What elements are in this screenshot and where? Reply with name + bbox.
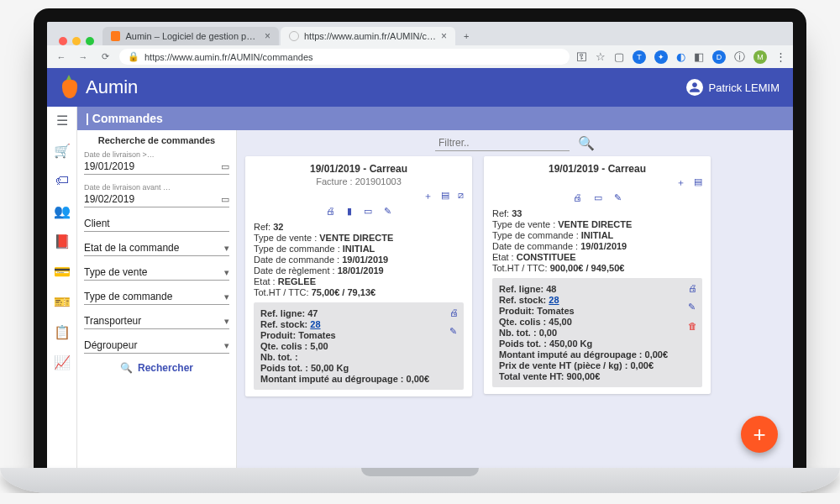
extension-icon[interactable]: ⓘ (734, 50, 745, 65)
value: 0,00€ (407, 374, 430, 384)
maximize-window-icon[interactable] (86, 37, 94, 45)
extension-icon[interactable]: ✦ (654, 50, 668, 64)
cast-icon[interactable]: ▢ (614, 50, 624, 63)
search-button[interactable]: 🔍 Rechercher (84, 362, 229, 374)
extension-icon[interactable]: ◧ (694, 50, 704, 63)
comment-icon[interactable]: ▤ (441, 190, 449, 202)
chevron-down-icon[interactable]: ▾ (224, 243, 229, 254)
filter-input[interactable] (435, 135, 570, 151)
label: Etat : (492, 252, 514, 262)
field-value: 19/02/2019 (84, 192, 229, 207)
calendar-icon[interactable]: ▭ (221, 194, 229, 205)
label: Date de commande : (254, 255, 339, 265)
chart-icon[interactable]: 📈 (54, 354, 71, 370)
ticket-icon[interactable]: 🎫 (54, 293, 71, 310)
calendar-icon[interactable]: ▭ (364, 206, 372, 217)
value[interactable]: 28 (549, 295, 559, 305)
card-title: 19/01/2019 - Carreau (492, 163, 702, 175)
extension-icon[interactable]: T (633, 50, 646, 64)
card-subtitle: Facture : 201901003 (254, 176, 464, 186)
client-field[interactable]: Client (84, 216, 229, 232)
delete-icon[interactable]: 🗑 (688, 321, 697, 331)
edit-icon[interactable]: ✎ (614, 192, 622, 203)
group-icon[interactable]: 👥 (54, 202, 71, 219)
label: Ref. stock: (499, 295, 546, 305)
search-panel: Recherche de commandes Date de livraison… (77, 130, 237, 468)
chevron-down-icon[interactable]: ▾ (224, 340, 229, 351)
book-icon[interactable]: 📕 (54, 233, 71, 249)
back-button[interactable]: ← (54, 52, 69, 62)
print-icon[interactable]: 🖨 (449, 307, 459, 318)
forward-button[interactable]: → (76, 52, 91, 62)
value: 900,00€ / 949,50€ (550, 263, 625, 273)
search-icon[interactable]: 🔍 (578, 135, 595, 151)
field-value: 19/01/2019 (84, 159, 229, 174)
address-bar[interactable]: 🔒 https://www.aumin.fr/AUMIN/commandes (119, 49, 570, 65)
chevron-down-icon[interactable]: ▾ (224, 291, 229, 302)
value: INITIAL (581, 230, 614, 240)
value: 75,00€ / 79,13€ (312, 287, 375, 297)
edit-icon[interactable]: ✎ (688, 302, 697, 312)
extension-icon[interactable]: ◐ (676, 50, 685, 63)
label: Type de vente : (492, 219, 555, 229)
browser-tab-0[interactable]: Aumin – Logiciel de gestion pou… × (102, 27, 279, 45)
date-from-field[interactable]: Date de livraison >… 19/01/2019 ▭ (84, 150, 229, 175)
window-controls[interactable] (52, 37, 101, 45)
close-window-icon[interactable] (59, 37, 67, 45)
extension-icon[interactable]: D (712, 50, 726, 64)
menu-icon[interactable]: ☰ (54, 112, 71, 129)
card-icon[interactable]: 💳 (54, 263, 71, 280)
user-chip[interactable]: Patrick LEMIM (686, 79, 780, 96)
clipboard-icon[interactable]: 📋 (54, 323, 71, 340)
new-tab-button[interactable]: + (457, 27, 475, 45)
label: Date de règlement : (254, 265, 335, 276)
value: Tomates (537, 306, 574, 316)
comment-off-icon[interactable]: ⧄ (458, 190, 464, 202)
value: 450,00 Kg (549, 339, 592, 349)
cart-icon[interactable]: 🛒 (54, 142, 71, 159)
field-placeholder: Type de vente (84, 265, 229, 280)
print-icon[interactable]: 🖨 (573, 192, 582, 203)
minimize-window-icon[interactable] (72, 37, 81, 45)
order-line: 🖨 ✎ Ref. ligne: 47 Ref. stock: 28 Produi… (254, 302, 464, 390)
plus-icon[interactable]: ＋ (676, 176, 685, 189)
close-tab-icon[interactable]: × (441, 30, 447, 42)
comment-icon[interactable]: ▤ (694, 176, 702, 189)
close-tab-icon[interactable]: × (265, 30, 270, 42)
label: Type de commande : (492, 230, 579, 240)
transporteur-field[interactable]: Transporteur ▾ (84, 313, 229, 329)
degroupeur-field[interactable]: Dégroupeur ▾ (84, 338, 229, 354)
add-fab-button[interactable]: + (741, 416, 778, 453)
type-vente-field[interactable]: Type de vente ▾ (84, 265, 229, 281)
chevron-down-icon[interactable]: ▾ (224, 267, 229, 278)
etat-field[interactable]: Etat de la commande ▾ (84, 240, 229, 256)
edit-icon[interactable]: ✎ (449, 326, 459, 337)
print-icon[interactable]: 🖨 (688, 283, 697, 293)
date-to-field[interactable]: Date de livraison avant … 19/02/2019 ▭ (84, 183, 229, 207)
field-placeholder: Etat de la commande (84, 240, 229, 255)
tag-icon[interactable]: 🏷 (54, 172, 71, 189)
key-icon[interactable]: ⚿ (576, 50, 587, 63)
profile-avatar-icon[interactable]: M (753, 50, 767, 64)
plus-icon[interactable]: ＋ (423, 190, 433, 202)
calendar-icon[interactable]: ▭ (221, 161, 229, 172)
reload-button[interactable]: ⟳ (97, 51, 113, 62)
brand[interactable]: Aumin (60, 76, 138, 98)
calendar-icon[interactable]: ▭ (594, 192, 602, 203)
label: Nb. tot. : (260, 352, 298, 362)
type-commande-field[interactable]: Type de commande ▾ (84, 289, 229, 305)
label: Type de commande : (254, 244, 340, 254)
menu-icon[interactable]: ⋮ (775, 50, 786, 63)
field-placeholder: Client (84, 216, 229, 231)
label: Ref: (492, 208, 509, 218)
book-icon[interactable]: ▮ (347, 206, 352, 217)
label: Montant imputé au dégroupage : (260, 374, 404, 384)
order-card: 19/01/2019 - Carreau ＋ ▤ 🖨 ▭ ✎ Ref: 33 (484, 156, 711, 394)
edit-icon[interactable]: ✎ (384, 206, 391, 217)
value[interactable]: 28 (310, 319, 320, 329)
print-icon[interactable]: 🖨 (326, 206, 335, 217)
chevron-down-icon[interactable]: ▾ (224, 316, 229, 327)
star-icon[interactable]: ☆ (596, 50, 606, 63)
browser-tab-1[interactable]: https://www.aumin.fr/AUMIN/c… × (281, 27, 455, 45)
laptop-frame: Aumin – Logiciel de gestion pou… × https… (34, 8, 806, 468)
